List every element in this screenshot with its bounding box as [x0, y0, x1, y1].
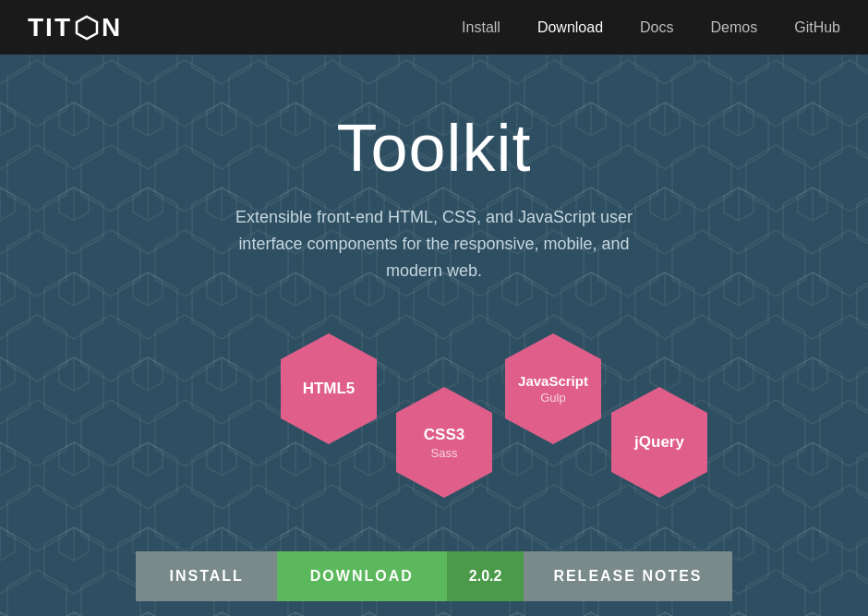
nav-link-github[interactable]: GitHub [794, 19, 840, 35]
nav-link-download[interactable]: Download [537, 19, 603, 35]
hero-section: Toolkit Extensible front-end HTML, CSS, … [0, 54, 868, 616]
hex-css3-sublabel: Sass [431, 446, 458, 460]
hex-javascript-sublabel: Gulp [540, 391, 565, 405]
cta-buttons: INSTALL DOWNLOAD 2.0.2 RELEASE NOTES [136, 551, 731, 601]
hex-cluster: HTML5 CSS3 Sass [231, 320, 637, 505]
hero-content: Toolkit Extensible front-end HTML, CSS, … [0, 110, 868, 616]
hex-jquery-label: jQuery [634, 433, 684, 452]
nav-item-docs[interactable]: Docs [640, 19, 673, 36]
release-notes-button[interactable]: RELEASE NOTES [524, 551, 731, 601]
nav-item-download[interactable]: Download [537, 19, 603, 36]
navbar: TIT N Install Download Docs Demos GitHub [0, 0, 868, 54]
logo[interactable]: TIT N [28, 13, 122, 42]
hex-css3: CSS3 Sass [392, 383, 496, 501]
nav-item-install[interactable]: Install [462, 19, 500, 36]
hex-html5: HTML5 [277, 330, 380, 448]
nav-link-docs[interactable]: Docs [640, 19, 673, 35]
hex-jquery: jQuery [608, 383, 711, 501]
svg-marker-0 [77, 17, 97, 39]
logo-text: TIT [28, 13, 72, 42]
nav-item-demos[interactable]: Demos [711, 19, 758, 36]
hex-html5-label: HTML5 [303, 380, 356, 398]
nav-link-demos[interactable]: Demos [711, 19, 758, 35]
version-button[interactable]: 2.0.2 [447, 551, 524, 601]
nav-link-install[interactable]: Install [462, 19, 500, 35]
hex-javascript-label: JavaScript [518, 373, 588, 389]
logo-icon [74, 15, 100, 41]
hero-title: Toolkit [336, 110, 531, 186]
nav-item-github[interactable]: GitHub [794, 19, 840, 36]
hero-description: Extensible front-end HTML, CSS, and Java… [212, 204, 656, 284]
nav-links: Install Download Docs Demos GitHub [462, 19, 840, 36]
hex-javascript: JavaScript Gulp [501, 330, 605, 448]
hex-css3-label: CSS3 [424, 426, 464, 444]
logo-text-n: N [102, 13, 122, 42]
download-button[interactable]: DOWNLOAD [277, 551, 447, 601]
install-button[interactable]: INSTALL [136, 551, 276, 601]
